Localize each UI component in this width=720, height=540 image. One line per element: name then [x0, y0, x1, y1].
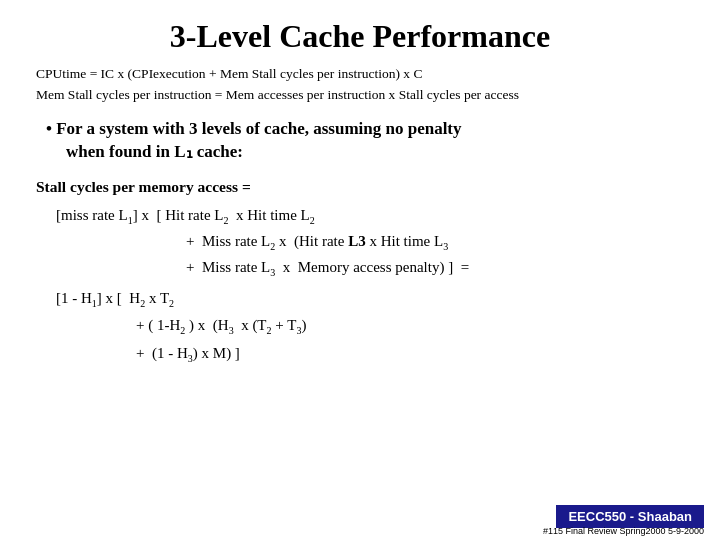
stall-line2: + Miss rate L2 x (Hit rate L3 x Hit time…	[186, 229, 684, 255]
mem-stall-formula: Mem Stall cycles per instruction = Mem a…	[36, 86, 684, 105]
equiv-line1: [1 - H1] x [ H2 x T2	[56, 285, 684, 313]
equiv-line2: + ( 1-H2 ) x (H3 x (T2 + T3)	[136, 312, 684, 340]
bullet-point-line2: when found in L₁ cache:	[66, 141, 684, 162]
equiv-line3: + (1 - H3) x M) ]	[136, 340, 684, 368]
stall-line3: + Miss rate L3 x Memory access penalty) …	[186, 255, 684, 281]
footer-badge: EECC550 - Shaaban	[556, 505, 704, 528]
footer-sub: #115 Final Review Spring2000 5-9-2000	[543, 526, 704, 536]
bullet-point: For a system with 3 levels of cache, ass…	[46, 117, 684, 142]
cpu-formula: CPUtime = IC x (CPIexecution + Mem Stall…	[36, 65, 684, 84]
stall-cycles-title: Stall cycles per memory access =	[36, 174, 684, 200]
page-title: 3-Level Cache Performance	[36, 18, 684, 55]
stall-line1: [miss rate L1] x [ Hit rate L2 x Hit tim…	[56, 203, 684, 229]
